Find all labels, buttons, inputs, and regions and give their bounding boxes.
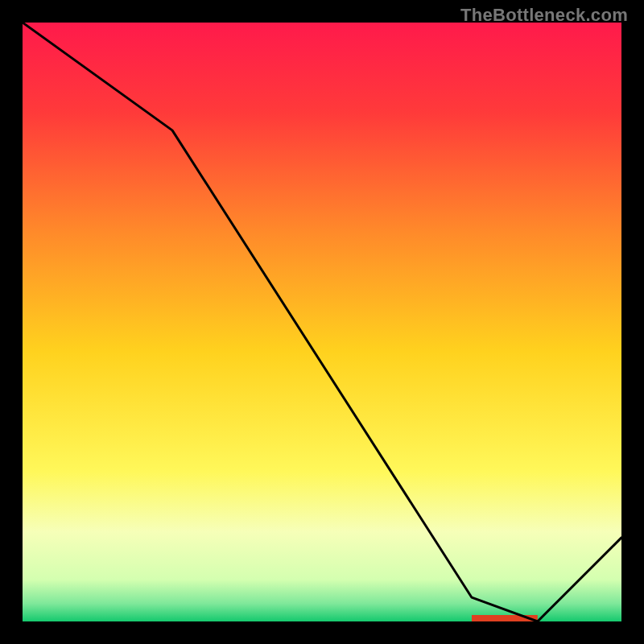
attribution-watermark: TheBottleneck.com <box>460 5 628 26</box>
frame-bottom <box>0 621 644 644</box>
frame-right <box>621 0 644 644</box>
plot-area <box>23 23 621 621</box>
chart-container: TheBottleneck.com <box>0 0 644 644</box>
chart-svg <box>23 23 621 621</box>
gradient-background <box>23 23 621 621</box>
frame-left <box>0 0 23 644</box>
